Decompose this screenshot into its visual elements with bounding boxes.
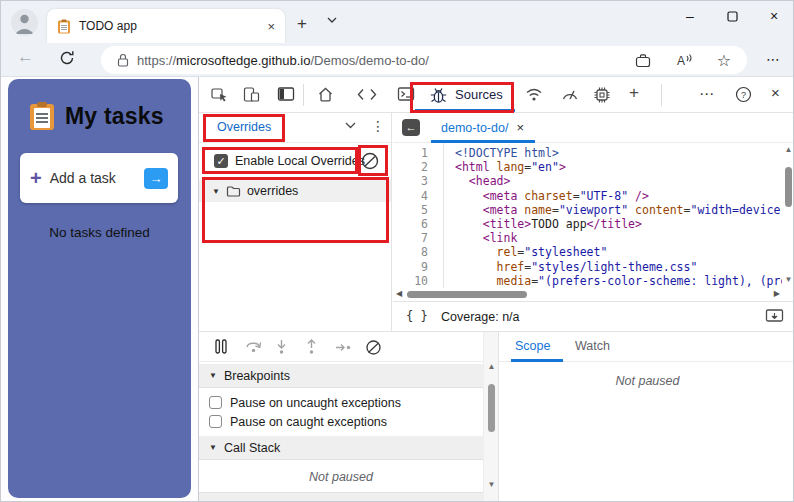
horizontal-scroll-thumb[interactable]	[407, 291, 527, 298]
code-line: <link	[455, 231, 782, 245]
add-task-field[interactable]: + Add a task →	[20, 153, 178, 203]
pause-caught-row[interactable]: Pause on caught exceptions	[199, 412, 483, 431]
refresh-icon[interactable]	[59, 50, 75, 66]
pause-icon[interactable]	[215, 339, 227, 354]
close-devtools-icon[interactable]: ×	[771, 84, 780, 101]
pause-caught-checkbox[interactable]	[209, 415, 222, 428]
scope-tabstrip: Scope Watch	[499, 332, 794, 362]
welcome-home-icon[interactable]	[317, 86, 334, 103]
tab-scope[interactable]: Scope	[515, 339, 550, 353]
window-maximize-button[interactable]	[713, 1, 751, 31]
tab-watch[interactable]: Watch	[575, 339, 610, 353]
step-over-icon[interactable]	[245, 339, 262, 354]
callstack-section-header[interactable]: ▼ Call Stack	[199, 436, 483, 460]
window-minimize-button[interactable]: –	[671, 1, 709, 31]
page-title: My tasks	[65, 103, 164, 130]
new-tab-button[interactable]: +	[297, 14, 307, 34]
browser-window: TODO app × + – × ← https://microsoftedge…	[0, 0, 794, 502]
coverage-bar: { } Coverage: n/a	[393, 301, 794, 331]
file-tab[interactable]: demo-to-do/ ×	[433, 113, 532, 142]
navigator-header: Overrides ⋮	[199, 113, 391, 143]
clear-overrides-icon[interactable]	[360, 151, 380, 171]
tab-list-chevron-icon[interactable]	[327, 17, 337, 23]
tree-expand-arrow-icon[interactable]: ▼	[212, 187, 220, 196]
expand-drawer-icon[interactable]	[765, 308, 784, 323]
debugger-toolbar	[199, 332, 483, 362]
devtools-toolbar: Sources + ⋯ ? ×	[199, 77, 794, 113]
chevron-down-icon[interactable]	[345, 122, 356, 129]
inspect-icon[interactable]	[211, 86, 228, 103]
device-emulation-icon[interactable]	[243, 86, 260, 103]
step-out-icon[interactable]	[305, 339, 318, 355]
scroll-down-icon[interactable]: ▼	[484, 480, 499, 489]
navigator-kebab-icon[interactable]: ⋮	[371, 118, 385, 134]
deactivate-breakpoints-icon[interactable]	[365, 339, 382, 356]
sidebar-scrollbar[interactable]: ▲ ▼	[483, 332, 498, 502]
callstack-status: Not paused	[199, 470, 483, 484]
devtools-panel: Sources + ⋯ ? × Overrides	[198, 77, 794, 502]
section-collapse-arrow-icon[interactable]: ▼	[209, 371, 217, 380]
scroll-up-icon[interactable]: ▲	[782, 145, 794, 154]
elements-icon[interactable]	[357, 88, 377, 101]
enable-overrides-row: ✓ Enable Local Overrides	[199, 146, 391, 176]
scroll-right-icon[interactable]: ▶	[774, 289, 780, 298]
clipboard-logo-icon	[28, 101, 56, 131]
sidebar-scroll-thumb[interactable]	[488, 384, 495, 432]
briefcase-icon[interactable]	[635, 53, 651, 68]
person-icon	[11, 9, 38, 36]
code-editor[interactable]: 12345678910 <!DOCTYPE html><html lang="e…	[393, 143, 794, 288]
console-icon[interactable]	[397, 86, 415, 102]
scope-status: Not paused	[499, 374, 794, 388]
back-icon[interactable]: ←	[17, 47, 34, 67]
pause-caught-label: Pause on caught exceptions	[230, 415, 387, 429]
file-tab-close-icon[interactable]: ×	[516, 120, 524, 135]
activity-bar-icon[interactable]	[277, 86, 295, 102]
braces-icon[interactable]: { }	[406, 309, 428, 323]
performance-icon[interactable]	[561, 86, 579, 102]
read-aloud-icon[interactable]: A	[675, 53, 693, 68]
network-icon[interactable]	[525, 86, 543, 102]
favorites-star-icon[interactable]: ☆	[717, 51, 731, 70]
step-icon[interactable]	[335, 343, 351, 352]
file-tab-label: demo-to-do/	[441, 121, 508, 135]
enable-overrides-checkbox[interactable]: ✓	[214, 154, 228, 168]
help-icon[interactable]: ?	[735, 86, 752, 103]
pause-uncaught-checkbox[interactable]	[209, 396, 222, 409]
more-tools-add-icon[interactable]: +	[629, 83, 639, 103]
url-text: https://microsoftedge.github.io/Demos/de…	[137, 53, 611, 68]
editor-vertical-scrollbar[interactable]: ▲ ▼	[782, 145, 794, 287]
scroll-up-icon[interactable]: ▲	[484, 362, 499, 371]
tab-close-icon[interactable]: ×	[267, 19, 275, 34]
hide-navigator-icon[interactable]: ←	[402, 119, 420, 136]
step-into-icon[interactable]	[275, 339, 288, 355]
window-close-button[interactable]: ×	[755, 1, 793, 31]
browser-menu-icon[interactable]: ⋯	[766, 51, 781, 67]
add-task-submit-button[interactable]: →	[144, 168, 168, 189]
scroll-down-icon[interactable]: ▼	[782, 275, 794, 284]
url-field[interactable]: https://microsoftedge.github.io/Demos/de…	[101, 46, 747, 74]
tab-sources[interactable]: Sources	[429, 77, 503, 112]
tab-title: TODO app	[79, 19, 259, 33]
overrides-folder-row[interactable]: ▼ overrides	[199, 180, 391, 202]
scroll-left-icon[interactable]: ◀	[396, 289, 402, 298]
enable-overrides-label: Enable Local Overrides	[235, 154, 365, 168]
code-line: href="styles/light-theme.css"	[455, 260, 782, 274]
section-collapse-arrow-icon[interactable]: ▼	[209, 443, 217, 452]
editor-horizontal-scrollbar[interactable]: ◀ ▶	[393, 288, 794, 301]
folder-icon	[226, 185, 241, 198]
code-line: <html lang="en">	[455, 160, 782, 174]
svg-text:?: ?	[741, 90, 746, 100]
editor-tabstrip: ← demo-to-do/ ×	[393, 113, 794, 143]
pause-uncaught-row[interactable]: Pause on uncaught exceptions	[199, 393, 483, 412]
navigator-dropdown-label[interactable]: Overrides	[217, 120, 271, 134]
scope-pane: Scope Watch Not paused	[498, 332, 794, 502]
plus-icon: +	[30, 167, 42, 190]
navigator-pane: Overrides ⋮ ✓ Enable Local Overrides ▼ o…	[199, 113, 392, 331]
profile-avatar[interactable]	[11, 9, 38, 36]
memory-icon[interactable]	[593, 86, 611, 104]
vertical-scroll-thumb[interactable]	[785, 167, 792, 207]
rendered-page: My tasks + Add a task → No tasks defined	[1, 77, 198, 502]
browser-tab[interactable]: TODO app ×	[47, 9, 285, 43]
devtools-menu-icon[interactable]: ⋯	[699, 85, 714, 103]
breakpoints-section-header[interactable]: ▼ Breakpoints	[199, 364, 483, 388]
